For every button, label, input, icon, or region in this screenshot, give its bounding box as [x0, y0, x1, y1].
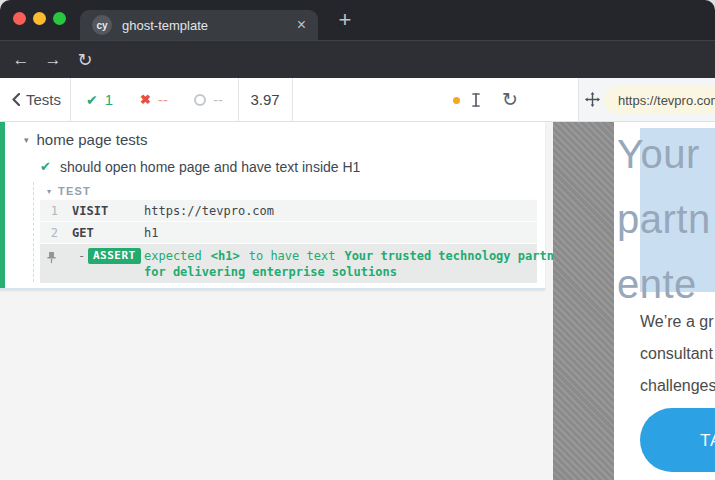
- back-to-tests-label: Tests: [26, 91, 61, 108]
- app-h1-line2: partn: [617, 197, 711, 242]
- app-h1-line1: Your: [617, 132, 700, 177]
- failed-stat: ✖ --: [140, 78, 168, 121]
- back-icon[interactable]: ←: [8, 41, 34, 79]
- new-tab-button[interactable]: +: [330, 8, 360, 34]
- app-paragraph-line2: consultant: [640, 345, 713, 362]
- address-bar: ← → ↻ ⚠ Not Secure https://tevpro.com/__…: [0, 40, 715, 78]
- aut-area: Your partn ente We’re a gr consultant ch…: [553, 122, 715, 480]
- run-duration: 3.97: [238, 78, 292, 121]
- app-paragraph: We’re a gr consultant challenges: [640, 306, 715, 402]
- assert-message: expected<h1>to have textYour trusted tec…: [144, 248, 577, 280]
- aut-url-text: https://tevpro.com: [618, 93, 715, 108]
- failed-count: --: [158, 91, 168, 108]
- tab-strip: cy ghost-template × +: [0, 0, 715, 40]
- tab-title: ghost-template: [122, 18, 297, 33]
- collapse-caret-icon: ▾: [24, 135, 29, 145]
- command-method: VISIT: [72, 204, 108, 218]
- command-log: 1 VISIT https://tevpro.com 2 GET h1 - AS…: [40, 199, 537, 283]
- collapse-caret-icon: ▾: [47, 187, 51, 196]
- assert-msg-element: <h1>: [211, 249, 240, 263]
- reporter-panel: ▾ home page tests ✔ should open home pag…: [0, 122, 553, 480]
- command-message: h1: [144, 226, 158, 240]
- test-section-header[interactable]: ▾ TEST: [47, 185, 91, 197]
- assert-msg-text2: for delivering enterprise solutions: [144, 265, 397, 279]
- suite-row[interactable]: ▾ home page tests: [24, 131, 147, 148]
- passed-count: 1: [105, 91, 113, 108]
- command-method: GET: [72, 226, 94, 240]
- tab-close-icon[interactable]: ×: [297, 17, 306, 33]
- chevron-left-icon: [12, 93, 20, 106]
- app-h1-line3: ente: [617, 262, 697, 307]
- command-number: 1: [40, 204, 58, 218]
- browser-window: cy ghost-template × + ← → ↻ ⚠ Not Secure…: [0, 0, 715, 480]
- close-window-button[interactable]: [13, 12, 26, 25]
- back-to-tests-button[interactable]: Tests: [12, 78, 61, 121]
- header-divider: [292, 78, 293, 121]
- assert-row[interactable]: - ASSERT expected<h1>to have textYour tr…: [40, 243, 537, 283]
- test-block: ▾ home page tests ✔ should open home pag…: [0, 122, 545, 290]
- pin-icon[interactable]: [46, 251, 57, 264]
- pending-circle-icon: [194, 94, 206, 106]
- assert-msg-mid: to have text: [249, 249, 336, 263]
- forward-icon[interactable]: →: [40, 41, 66, 79]
- section-label: TEST: [58, 185, 91, 197]
- app-iframe: Your partn ente We’re a gr consultant ch…: [614, 122, 715, 480]
- aut-url-field[interactable]: https://tevpro.com: [604, 86, 715, 114]
- command-indent-line: [33, 182, 34, 282]
- passed-indicator-strip: [0, 122, 5, 288]
- app-paragraph-line3: challenges: [640, 377, 715, 394]
- cypress-favicon-icon: cy: [92, 15, 112, 35]
- test-title: should open home page and have text insi…: [60, 159, 360, 175]
- restart-tests-icon[interactable]: ↻: [498, 78, 522, 121]
- passed-check-icon: ✔: [86, 92, 98, 108]
- pending-stat: --: [194, 78, 223, 121]
- assert-msg-text1: Your trusted technology partner: [344, 249, 568, 263]
- command-row-visit[interactable]: 1 VISIT https://tevpro.com: [40, 199, 537, 221]
- assert-dash: -: [78, 249, 85, 263]
- zoom-window-button[interactable]: [53, 12, 66, 25]
- assert-msg-expected: expected: [144, 249, 202, 263]
- pending-count: --: [213, 91, 223, 108]
- header-divider: [70, 78, 71, 121]
- command-message: https://tevpro.com: [144, 204, 274, 218]
- suite-title: home page tests: [37, 131, 148, 148]
- test-passed-check-icon: ✔: [40, 159, 51, 174]
- app-paragraph-line1: We’re a gr: [640, 313, 714, 330]
- cta-button[interactable]: TAL: [640, 408, 715, 472]
- passed-stat: ✔ 1: [86, 78, 113, 121]
- selector-playground-icon[interactable]: [582, 78, 602, 121]
- reload-icon[interactable]: ↻: [72, 41, 98, 79]
- command-number: 2: [40, 226, 58, 240]
- failed-x-icon: ✖: [140, 92, 151, 107]
- window-controls: [13, 12, 66, 25]
- autoscroll-toggle-icon[interactable]: [466, 78, 486, 121]
- runner-header: Tests ✔ 1 ✖ -- -- 3.97 ↻ https://tevpro.…: [0, 78, 715, 122]
- assert-badge: ASSERT: [88, 248, 141, 264]
- minimize-window-button[interactable]: [33, 12, 46, 25]
- command-row-get[interactable]: 2 GET h1: [40, 221, 537, 243]
- cta-label: TAL: [700, 431, 715, 451]
- browser-tab[interactable]: cy ghost-template ×: [80, 10, 318, 40]
- autoscroll-status-dot: [453, 97, 460, 104]
- test-row[interactable]: ✔ should open home page and have text in…: [40, 159, 360, 175]
